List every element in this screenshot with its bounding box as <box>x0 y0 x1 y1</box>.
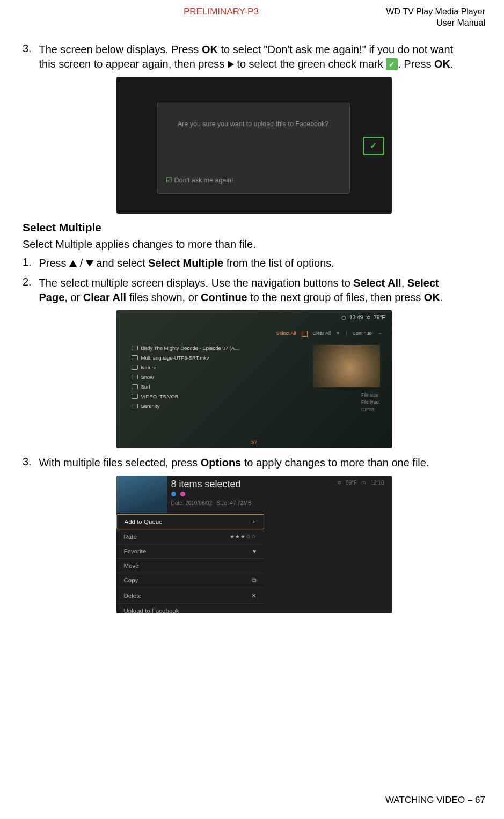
clock-icon: ◷ <box>361 480 366 486</box>
selection-title: 8 items selected <box>171 479 241 490</box>
screenshot-options-menu: 8 items selected Date: 2010/06/02 Size: … <box>116 476 392 613</box>
down-arrow-icon <box>86 260 93 267</box>
clear-all-button[interactable]: Clear All <box>313 331 331 336</box>
step-3-top: 3. The screen below displays. Press OK t… <box>23 42 485 71</box>
list-item[interactable]: Surf <box>132 382 239 392</box>
heart-icon: ♥ <box>253 548 257 554</box>
product-name: WD TV Play Media Player <box>386 6 485 18</box>
video-icon <box>132 365 138 370</box>
status-dots <box>171 492 185 496</box>
screenshot-facebook-confirm: Are you sure you want to upload this to … <box>116 77 392 214</box>
menu-item-rate[interactable]: Rate★★★☆☆ <box>116 529 264 544</box>
header-right: WD TV Play Media Player User Manual <box>386 6 485 29</box>
step-number: 3. <box>23 456 36 468</box>
dot-icon <box>180 492 185 496</box>
file-metadata: File size: File type: Genre: <box>361 392 380 414</box>
select-all-button[interactable]: Select All <box>276 331 296 336</box>
list-item[interactable]: Birdy The Mighty Decode - Episode 07 (A.… <box>132 343 239 353</box>
video-icon <box>132 384 138 389</box>
continue-arrow-icon: → <box>377 331 382 336</box>
weather-icon: ✲ <box>337 480 341 486</box>
list-item[interactable]: Serenity <box>132 401 239 411</box>
list-item[interactable]: Multilanguage-UTF8-SRT.mkv <box>132 353 239 363</box>
menu-item-copy[interactable]: Copy⧉ <box>116 573 264 588</box>
menu-item-move[interactable]: Move <box>116 558 264 573</box>
page-footer: WATCHING VIDEO – 67 <box>385 795 485 806</box>
list-item[interactable]: Snow <box>132 372 239 382</box>
section-intro: Select Multiple applies changes to more … <box>23 238 485 251</box>
copy-icon: ⧉ <box>252 577 257 584</box>
video-icon <box>132 375 138 379</box>
step-text: The screen below displays. Press OK to s… <box>39 42 468 71</box>
file-list: Birdy The Mighty Decode - Episode 07 (A.… <box>132 343 239 411</box>
action-bar: Select All Clear All ✕ | Continue → <box>276 331 382 337</box>
selection-thumbnail <box>116 476 167 513</box>
doc-type: User Manual <box>386 18 485 29</box>
step-3-bottom: 3. With multiple files selected, press O… <box>23 456 485 470</box>
menu-item-upload-facebook[interactable]: Upload to Facebook <box>116 603 264 613</box>
up-arrow-icon <box>69 260 77 267</box>
page-header: PRELIMINARY-P3 WD TV Play Media Player U… <box>23 6 485 29</box>
preliminary-label: PRELIMINARY-P3 <box>184 6 259 17</box>
step-number: 1. <box>23 256 36 268</box>
clock-icon: ◷ <box>341 315 346 320</box>
close-icon: ✕ <box>251 592 257 599</box>
options-menu: Add to Queue+ Rate★★★☆☆ Favorite♥ Move C… <box>116 514 264 613</box>
menu-item-favorite[interactable]: Favorite♥ <box>116 544 264 558</box>
dont-ask-checkbox[interactable]: ☑Don't ask me again! <box>166 176 233 184</box>
list-item[interactable]: VIDEO_TS.VOB <box>132 392 239 401</box>
step-2: 2. The select multiple screen displays. … <box>23 276 485 305</box>
page-indicator: 3/7 <box>251 440 258 445</box>
clear-all-icon: ✕ <box>336 331 340 336</box>
step-text: The select multiple screen displays. Use… <box>39 276 468 305</box>
checkbox-icon: ☑ <box>166 176 172 184</box>
video-icon <box>132 355 138 360</box>
video-icon <box>132 404 138 408</box>
video-icon <box>132 394 138 399</box>
weather-icon: ✲ <box>366 315 370 320</box>
time-value: 13:49 <box>349 315 363 320</box>
thumbnail-preview <box>313 345 380 387</box>
selection-info: Date: 2010/06/02 Size: 47.72MB <box>171 500 252 506</box>
video-icon <box>132 346 138 350</box>
screenshot-select-multiple: ◷ 13:49 ✲ 79°F Select All Clear All ✕ | … <box>116 310 392 448</box>
plus-icon: + <box>252 518 256 525</box>
menu-item-add-to-queue[interactable]: Add to Queue+ <box>116 514 264 529</box>
section-title: Select Multiple <box>23 221 485 234</box>
play-icon <box>228 61 234 68</box>
check-icon: ✓ <box>386 58 398 70</box>
status-bar: ◷ 13:49 ✲ 79°F <box>341 315 385 320</box>
step-number: 3. <box>23 42 36 55</box>
temp-value: 79°F <box>374 315 385 320</box>
stars-icon: ★★★☆☆ <box>230 533 257 539</box>
step-text: Press / and select Select Multiple from … <box>39 256 468 270</box>
confirm-check-button[interactable]: ✓ <box>363 137 384 155</box>
step-1: 1. Press / and select Select Multiple fr… <box>23 256 485 270</box>
confirm-question: Are you sure you want to upload this to … <box>157 120 349 128</box>
step-number: 2. <box>23 276 36 288</box>
menu-item-delete[interactable]: Delete✕ <box>116 588 264 603</box>
continue-button[interactable]: Continue <box>352 331 371 336</box>
select-all-icon <box>302 331 308 337</box>
list-item[interactable]: Nature <box>132 363 239 372</box>
dot-icon <box>171 492 176 496</box>
status-bar: ✲59°F ◷12:10 <box>337 480 384 486</box>
step-text: With multiple files selected, press Opti… <box>39 456 468 470</box>
